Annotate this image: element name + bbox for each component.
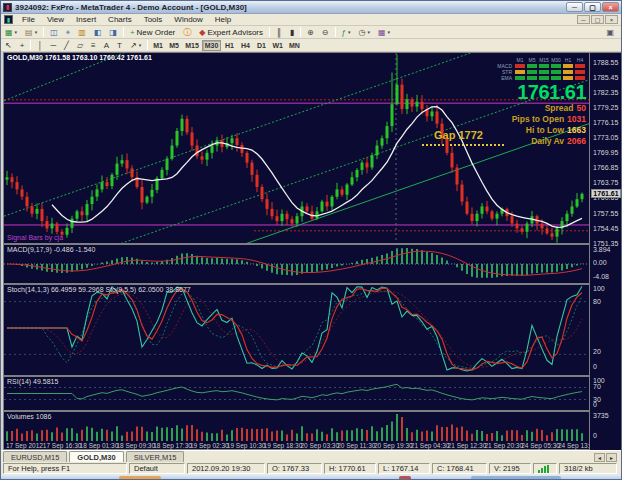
timeframe-m5-button[interactable]: M5 <box>166 40 182 51</box>
time-axis-label: 17 Sep 16:30 <box>43 442 82 449</box>
trendline-tool-button[interactable]: ╱ <box>61 40 72 51</box>
text-label-tool-button[interactable]: T <box>114 40 125 51</box>
macd-label: MACD(9,17,9) -0.486 -1.540 <box>7 246 95 253</box>
fibonacci-tool-button[interactable]: ≡ <box>88 40 99 51</box>
timeframe-w1-button[interactable]: W1 <box>269 40 286 51</box>
macd-pane[interactable]: MACD(9,17,9) -0.486 -1.540 <box>4 245 589 283</box>
menu-item-view[interactable]: View <box>41 14 70 25</box>
market-watch-button[interactable]: ◫ <box>47 27 61 38</box>
timeframe-m15-button[interactable]: M15 <box>182 40 202 51</box>
zoom-out-button[interactable]: ⊖ <box>319 27 332 38</box>
templates-icon: ▦ <box>378 28 386 37</box>
rsi-canvas[interactable] <box>4 377 589 410</box>
time-axis-label: 21 Sep 20:30 <box>484 442 523 449</box>
vertical-line-tool-button[interactable]: │ <box>34 40 45 51</box>
timeframe-m1-button[interactable]: M1 <box>150 40 166 51</box>
time-axis-label: 19 Sep 10:30 <box>227 442 266 449</box>
dashboard-signal-cell <box>551 64 561 68</box>
volumes-canvas[interactable] <box>4 412 589 441</box>
new-chart-button[interactable]: ▦▾ <box>2 27 20 38</box>
dashboard-signal-cell <box>527 76 537 80</box>
dashboard-signal-cell <box>575 76 585 80</box>
volumes-scale-label: 3735 <box>593 412 609 419</box>
text-tool-button[interactable]: A <box>101 40 112 51</box>
cursor-tool-button[interactable]: ↖ <box>2 40 15 51</box>
timeframe-m30-button[interactable]: M30 <box>202 40 222 51</box>
taskbar-sliver <box>1 475 621 480</box>
timeframe-mn-button[interactable]: MN <box>286 40 303 51</box>
price-axis[interactable]: 1788.551785.451782.351779.251776.151773.… <box>589 53 622 451</box>
metaquotes-community-button[interactable]: ⓘ <box>180 27 194 38</box>
price-axis-label: 1766.85 <box>593 164 618 171</box>
gap-annotation-label[interactable]: Gap 1772 <box>434 129 483 141</box>
dashboard-col-m5: M5 <box>526 57 538 63</box>
strategy-tester-button[interactable]: ◨ <box>106 27 120 38</box>
time-axis-label: 18 Sep 09:30 <box>116 442 155 449</box>
tab-scroll-right-button[interactable]: ▸ <box>606 453 617 462</box>
arrows-tool-button[interactable]: ↗▾ <box>127 40 144 51</box>
restore-button[interactable]: ▢ <box>584 2 601 12</box>
data-window-button[interactable]: ⌖ <box>63 27 74 38</box>
dropdown-caret-icon: ▾ <box>348 29 351 35</box>
chart-bar-mode-button[interactable]: ║ <box>273 27 285 38</box>
new-order-button[interactable]: +New Order <box>127 27 178 38</box>
chart-plot[interactable]: GOLD,M30 1761.58 1763.10 1760.42 1761.61… <box>4 53 589 451</box>
minimize-button[interactable]: ─ <box>566 2 583 12</box>
toolbar-overflow-button[interactable]: ▣ <box>603 27 617 38</box>
zoom-in-icon: ⊕ <box>307 28 314 37</box>
market-watch-icon: ◫ <box>50 28 58 37</box>
zoom-in-button[interactable]: ⊕ <box>304 27 317 38</box>
indicators-button[interactable]: ƒ▾ <box>339 27 354 38</box>
channel-tool-button[interactable]: ▱ <box>74 40 86 51</box>
navigator-button[interactable]: ▥ <box>75 27 89 38</box>
rsi-pane[interactable]: RSI(14) 49.5815 <box>4 377 589 410</box>
navigator-icon: ▥ <box>78 28 86 37</box>
title-bar[interactable]: ▮ 3924092: FxPro - MetaTrader 4 - Demo A… <box>1 1 621 14</box>
menu-item-file[interactable]: File <box>16 14 41 25</box>
timeframe-h4-button[interactable]: H4 <box>237 40 253 51</box>
expert-advisors-label: Expert Advisors <box>207 28 263 37</box>
chart-area[interactable]: GOLD,M30 1761.58 1763.10 1760.42 1761.61… <box>3 52 621 450</box>
profiles-icon: ▤ <box>25 28 33 37</box>
child-minimize-button[interactable]: ─ <box>577 15 590 24</box>
timeframe-h1-button[interactable]: H1 <box>221 40 237 51</box>
crosshair-tool-button[interactable]: + <box>17 40 28 51</box>
indicators-icon: ƒ <box>342 28 346 37</box>
toolbar-separator <box>123 27 124 37</box>
main-price-pane[interactable]: GOLD,M30 1761.58 1763.10 1760.42 1761.61… <box>4 53 589 243</box>
profiles-button[interactable]: ▤▾ <box>22 27 40 38</box>
tab-scroll-left-button[interactable]: ◂ <box>594 453 605 462</box>
connection-status-cell <box>533 463 557 474</box>
dashboard-col-m30: M30 <box>550 57 562 63</box>
menu-item-charts[interactable]: Charts <box>102 14 138 25</box>
dashboard-stat: Daily Av2066 <box>486 136 586 147</box>
menu-item-tools[interactable]: Tools <box>138 14 169 25</box>
terminal-button[interactable]: ◧ <box>91 27 105 38</box>
chart-tab-silver-m15[interactable]: SILVER,M15 <box>126 451 185 462</box>
child-restore-button[interactable]: ▢ <box>591 15 604 24</box>
timeframe-d1-button[interactable]: D1 <box>253 40 269 51</box>
terminal-icon: ◧ <box>94 28 102 37</box>
templates-button[interactable]: ▦▾ <box>375 27 393 38</box>
price-axis-label: 1757.55 <box>593 210 618 217</box>
stochastic-canvas[interactable] <box>4 285 589 375</box>
child-close-button[interactable]: × <box>605 15 618 24</box>
close-button[interactable]: × <box>602 2 619 12</box>
chart-tab-eurusd-m15[interactable]: EURUSD,M15 <box>3 451 67 462</box>
dashboard-stat-value: 2066 <box>567 136 586 146</box>
dashboard-stat-label: Pips to Open <box>512 114 564 124</box>
dashboard-signal-cell <box>539 76 549 80</box>
periods-button[interactable]: ◷▾ <box>355 27 373 38</box>
dashboard-signal-cell <box>527 70 537 74</box>
chart-candlestick-mode-button[interactable]: ▮ <box>287 27 297 38</box>
expert-advisors-button[interactable]: ◆Expert Advisors <box>196 27 266 38</box>
chart-child-icon: ▮ <box>4 15 13 24</box>
horizontal-line-tool-button[interactable]: ─ <box>47 40 59 51</box>
volumes-pane[interactable]: Volumes 1086 <box>4 412 589 441</box>
menu-item-insert[interactable]: Insert <box>70 14 102 25</box>
stochastic-pane[interactable]: Stoch(14,1,3) 66.4959 59.2968 Sto(9,5,5)… <box>4 285 589 375</box>
chart-tab-gold-m30[interactable]: GOLD,M30 <box>69 451 123 462</box>
price-axis-label: 1788.55 <box>593 59 618 66</box>
menu-item-window[interactable]: Window <box>168 14 208 25</box>
menu-item-help[interactable]: Help <box>209 14 237 25</box>
